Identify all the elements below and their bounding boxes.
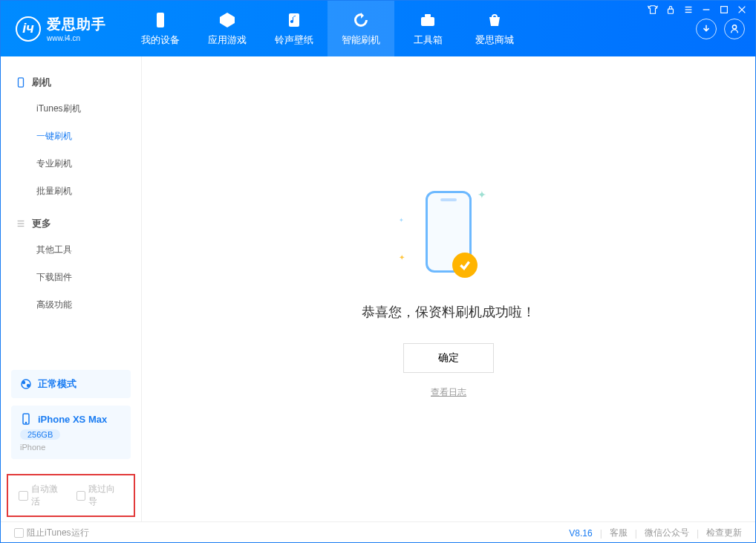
maximize-icon[interactable] xyxy=(719,4,729,15)
sidebar-group-more: 更多 xyxy=(1,211,141,236)
main-tabs: 我的设备 应用游戏 铃声壁纸 智能刷机 工具箱 爱思商城 xyxy=(127,1,528,56)
checkbox-auto-activate[interactable]: 自动激活 xyxy=(19,483,66,508)
user-button[interactable] xyxy=(724,19,745,39)
footer-link-support[interactable]: 客服 xyxy=(610,527,628,539)
sparkle-icon: ✦ xyxy=(478,189,486,201)
svg-rect-9 xyxy=(289,13,299,27)
svg-point-21 xyxy=(25,422,26,423)
view-log-link[interactable]: 查看日志 xyxy=(431,386,466,399)
tab-ringtones[interactable]: 铃声壁纸 xyxy=(261,1,328,56)
tab-store[interactable]: 爱思商城 xyxy=(461,1,528,56)
tab-my-device[interactable]: 我的设备 xyxy=(127,1,194,56)
app-url: www.i4.cn xyxy=(47,34,106,42)
checkbox-skip-guide[interactable]: 跳过向导 xyxy=(76,483,124,508)
tab-label: 爱思商城 xyxy=(475,33,514,47)
footer-link-update[interactable]: 检查更新 xyxy=(706,527,742,539)
menu-icon[interactable] xyxy=(683,4,694,15)
minimize-icon[interactable] xyxy=(701,4,711,15)
sparkle-icon: ✦ xyxy=(399,217,404,224)
tshirt-icon[interactable] xyxy=(648,4,658,15)
svg-point-18 xyxy=(23,382,25,384)
tab-flash[interactable]: 智能刷机 xyxy=(328,1,394,56)
mode-box[interactable]: 正常模式 xyxy=(11,370,131,398)
lock-icon[interactable] xyxy=(665,4,676,15)
tab-label: 铃声壁纸 xyxy=(275,33,313,47)
device-name: iPhone XS Max xyxy=(38,414,107,425)
sidebar: 刷机 iTunes刷机 一键刷机 专业刷机 批量刷机 更多 其他工具 下载固件 … xyxy=(1,56,142,521)
svg-rect-10 xyxy=(421,17,434,26)
ok-button[interactable]: 确定 xyxy=(403,343,494,373)
sidebar-item-other-tools[interactable]: 其他工具 xyxy=(1,236,141,264)
svg-rect-13 xyxy=(19,78,24,87)
version-label: V8.16 xyxy=(569,528,592,539)
svg-point-19 xyxy=(27,385,30,387)
logo-icon: iч xyxy=(16,16,41,42)
svg-point-12 xyxy=(732,25,736,28)
checkbox-block-itunes[interactable]: 阻止iTunes运行 xyxy=(14,527,89,539)
sidebar-item-download-firmware[interactable]: 下载固件 xyxy=(1,264,141,291)
tab-label: 工具箱 xyxy=(414,33,443,47)
mode-label: 正常模式 xyxy=(38,377,76,391)
tab-apps-games[interactable]: 应用游戏 xyxy=(194,1,261,56)
sidebar-item-advanced[interactable]: 高级功能 xyxy=(1,291,141,319)
sidebar-item-pro-flash[interactable]: 专业刷机 xyxy=(1,150,141,178)
tab-label: 应用游戏 xyxy=(208,33,247,47)
sidebar-group-flash: 刷机 xyxy=(1,70,141,95)
download-button[interactable] xyxy=(696,19,717,39)
device-storage: 256GB xyxy=(20,429,60,440)
svg-rect-5 xyxy=(721,7,728,13)
window-controls xyxy=(648,4,747,15)
device-box[interactable]: iPhone XS Max 256GB iPhone xyxy=(11,406,131,459)
svg-rect-11 xyxy=(425,14,431,17)
tab-label: 智能刷机 xyxy=(342,33,380,47)
footer-link-wechat[interactable]: 微信公众号 xyxy=(645,527,689,539)
tab-label: 我的设备 xyxy=(141,33,180,47)
svg-rect-8 xyxy=(157,13,164,27)
main-content: ✦ ✦ ✦ 恭喜您，保资料刷机成功啦！ 确定 查看日志 xyxy=(142,56,755,521)
highlighted-checkboxes: 自动激活 跳过向导 xyxy=(7,474,135,517)
sidebar-item-itunes-flash[interactable]: iTunes刷机 xyxy=(1,95,141,123)
sidebar-item-batch-flash[interactable]: 批量刷机 xyxy=(1,178,141,205)
app-logo: iч 爱思助手 www.i4.cn xyxy=(1,1,120,56)
app-title: 爱思助手 xyxy=(47,15,106,34)
sparkle-icon: ✦ xyxy=(399,253,405,261)
title-bar: iч 爱思助手 www.i4.cn 我的设备 应用游戏 铃声壁纸 智能刷机 工具… xyxy=(1,1,755,56)
svg-point-17 xyxy=(22,380,30,388)
svg-rect-0 xyxy=(668,9,674,13)
success-message: 恭喜您，保资料刷机成功啦！ xyxy=(362,303,535,321)
checkmark-icon xyxy=(452,253,478,278)
success-illustration: ✦ ✦ ✦ xyxy=(385,180,512,284)
tab-toolbox[interactable]: 工具箱 xyxy=(394,1,461,56)
sidebar-item-one-click-flash[interactable]: 一键刷机 xyxy=(1,123,141,150)
status-bar: 阻止iTunes运行 V8.16 | 客服 | 微信公众号 | 检查更新 xyxy=(1,521,755,543)
close-icon[interactable] xyxy=(737,4,747,15)
device-type: iPhone xyxy=(20,443,122,452)
